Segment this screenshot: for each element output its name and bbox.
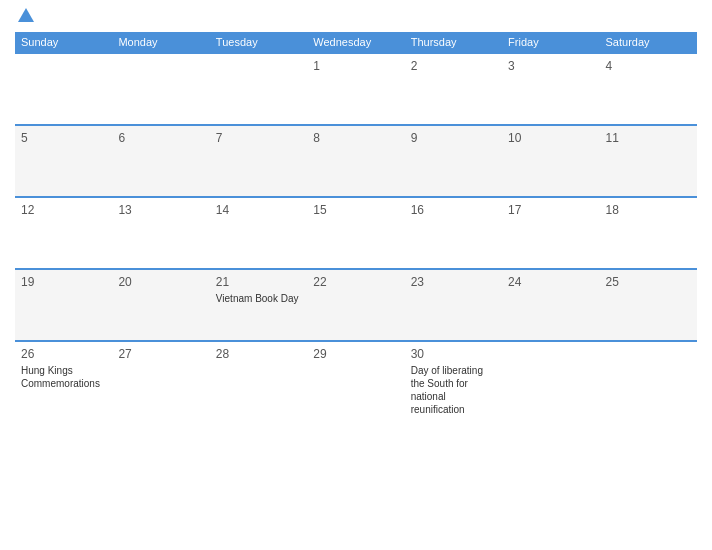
day-number: 28: [216, 347, 301, 361]
day-number: 14: [216, 203, 301, 217]
calendar-cell: 2: [405, 53, 502, 125]
calendar-cell: [600, 341, 697, 421]
calendar-cell: [112, 53, 209, 125]
weekday-header: Sunday: [15, 32, 112, 53]
day-number: 3: [508, 59, 593, 73]
day-number: 2: [411, 59, 496, 73]
calendar-row: 12131415161718: [15, 197, 697, 269]
event-label: Day of liberating the South for national…: [411, 365, 483, 415]
calendar-cell: [502, 341, 599, 421]
calendar-cell: 4: [600, 53, 697, 125]
logo: [15, 10, 37, 24]
calendar-cell: 14: [210, 197, 307, 269]
weekday-header: Tuesday: [210, 32, 307, 53]
day-number: 17: [508, 203, 593, 217]
day-number: 6: [118, 131, 203, 145]
calendar-cell: [15, 53, 112, 125]
day-number: 25: [606, 275, 691, 289]
calendar-cell: 24: [502, 269, 599, 341]
calendar-cell: 1: [307, 53, 404, 125]
calendar-page: SundayMondayTuesdayWednesdayThursdayFrid…: [0, 0, 712, 550]
calendar-cell: 6: [112, 125, 209, 197]
calendar-header-row: SundayMondayTuesdayWednesdayThursdayFrid…: [15, 32, 697, 53]
calendar-table: SundayMondayTuesdayWednesdayThursdayFrid…: [15, 32, 697, 421]
weekday-header: Wednesday: [307, 32, 404, 53]
calendar-cell: 10: [502, 125, 599, 197]
day-number: 29: [313, 347, 398, 361]
calendar-cell: 11: [600, 125, 697, 197]
calendar-cell: 17: [502, 197, 599, 269]
day-number: 11: [606, 131, 691, 145]
day-number: 7: [216, 131, 301, 145]
day-number: 24: [508, 275, 593, 289]
day-number: 23: [411, 275, 496, 289]
day-number: 21: [216, 275, 301, 289]
calendar-cell: 29: [307, 341, 404, 421]
weekday-header: Thursday: [405, 32, 502, 53]
day-number: 12: [21, 203, 106, 217]
calendar-cell: 16: [405, 197, 502, 269]
calendar-row: 26Hung Kings Commemorations27282930Day o…: [15, 341, 697, 421]
day-number: 10: [508, 131, 593, 145]
day-number: 15: [313, 203, 398, 217]
calendar-cell: 30Day of liberating the South for nation…: [405, 341, 502, 421]
day-number: 20: [118, 275, 203, 289]
event-label: Hung Kings Commemorations: [21, 365, 100, 389]
calendar-cell: 23: [405, 269, 502, 341]
day-number: 30: [411, 347, 496, 361]
event-label: Vietnam Book Day: [216, 293, 299, 304]
calendar-row: 1234: [15, 53, 697, 125]
day-number: 1: [313, 59, 398, 73]
day-number: 9: [411, 131, 496, 145]
weekday-header: Monday: [112, 32, 209, 53]
calendar-cell: 9: [405, 125, 502, 197]
calendar-cell: 3: [502, 53, 599, 125]
weekday-header: Saturday: [600, 32, 697, 53]
day-number: 26: [21, 347, 106, 361]
day-number: 27: [118, 347, 203, 361]
day-number: 19: [21, 275, 106, 289]
weekday-header: Friday: [502, 32, 599, 53]
calendar-cell: 15: [307, 197, 404, 269]
day-number: 22: [313, 275, 398, 289]
day-number: 8: [313, 131, 398, 145]
calendar-cell: 13: [112, 197, 209, 269]
calendar-cell: 18: [600, 197, 697, 269]
calendar-cell: 22: [307, 269, 404, 341]
day-number: 4: [606, 59, 691, 73]
calendar-row: 192021Vietnam Book Day22232425: [15, 269, 697, 341]
day-number: 5: [21, 131, 106, 145]
logo-triangle-icon: [18, 8, 34, 22]
calendar-cell: [210, 53, 307, 125]
calendar-cell: 7: [210, 125, 307, 197]
calendar-cell: 5: [15, 125, 112, 197]
calendar-row: 567891011: [15, 125, 697, 197]
calendar-cell: 19: [15, 269, 112, 341]
calendar-cell: 28: [210, 341, 307, 421]
calendar-cell: 8: [307, 125, 404, 197]
calendar-cell: 21Vietnam Book Day: [210, 269, 307, 341]
day-number: 16: [411, 203, 496, 217]
calendar-cell: 20: [112, 269, 209, 341]
calendar-cell: 27: [112, 341, 209, 421]
calendar-cell: 25: [600, 269, 697, 341]
day-number: 13: [118, 203, 203, 217]
calendar-cell: 12: [15, 197, 112, 269]
calendar-header: [15, 10, 697, 24]
day-number: 18: [606, 203, 691, 217]
calendar-cell: 26Hung Kings Commemorations: [15, 341, 112, 421]
